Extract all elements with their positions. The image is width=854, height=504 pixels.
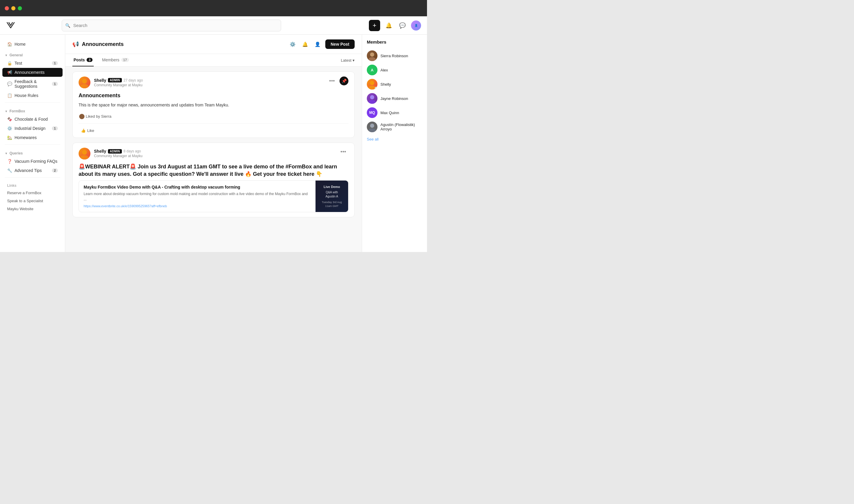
settings-button[interactable]: ⚙️ [288, 39, 298, 49]
like-button-1[interactable]: 👍 Like [78, 127, 97, 134]
see-all-members-link[interactable]: See all [367, 137, 422, 141]
member-sierra[interactable]: Sierra Robinson [367, 49, 422, 63]
notifications-button[interactable]: 🔔 [384, 20, 394, 31]
sidebar-link-reserve[interactable]: Reserve a FormBox [0, 189, 65, 197]
link-preview-image: Live Demo Q&A with Agustin A Tuesday 3rd… [316, 181, 348, 212]
content-area: 📢 Announcements ⚙️ 🔔 👤 New Post [65, 35, 362, 252]
titlebar [0, 0, 427, 16]
post-1-likes: Liked by Sierra [73, 113, 354, 123]
link-preview-url: https://www.eventbrite.co.uk/e/159099525… [84, 204, 311, 208]
sidebar-item-home[interactable]: 🏠 Home [2, 40, 63, 49]
svg-point-1 [81, 84, 89, 88]
sidebar-item-house-rules[interactable]: 📋 House Rules [2, 91, 63, 100]
sort-control[interactable]: Latest ▾ [341, 58, 355, 62]
member-avatar-jayne [367, 93, 377, 104]
thumbsup-icon: 👍 [81, 128, 86, 133]
app-container: 🔍 + 🔔 💬 👤 🏠 Home ▼ [0, 16, 427, 252]
chocolate-icon: 🍫 [7, 117, 12, 122]
message-icon: 💬 [399, 22, 406, 29]
member-shelly[interactable]: Shelly [367, 77, 422, 91]
tab-posts[interactable]: Posts 3 [72, 54, 94, 67]
member-agustin[interactable]: Agustín (Flowalistik) Arroyo [367, 120, 422, 134]
feedback-badge: 1 [52, 82, 58, 86]
link-preview-card[interactable]: Mayku FormBox Video Demo with Q&A - Craf… [78, 180, 349, 212]
divider-3 [5, 177, 60, 178]
home-label: Home [15, 42, 25, 47]
maximize-button[interactable] [18, 6, 22, 11]
section-general-label: General [10, 53, 23, 57]
post-1-meta: Shelly ADMIN 27 days ago Community Manag… [94, 78, 143, 87]
post-1-more-button[interactable]: ••• [327, 77, 337, 85]
svg-point-9 [369, 100, 376, 104]
close-button[interactable] [5, 6, 9, 11]
house-rules-label: House Rules [15, 93, 38, 98]
post-1-header: Shelly ADMIN 27 days ago Community Manag… [73, 72, 354, 92]
advanced-tips-label: Advanced Tips [15, 168, 42, 173]
test-badge: 1 [52, 61, 58, 65]
member-max[interactable]: MQ Max Quinn [367, 106, 422, 120]
sidebar-item-chocolate[interactable]: 🍫 Chocolate & Food [2, 115, 63, 124]
member-alex[interactable]: A Alex [367, 63, 422, 77]
logo [6, 21, 15, 30]
home-icon: 🏠 [7, 42, 12, 47]
sidebar-link-specialist[interactable]: Speak to a Specialist [0, 197, 65, 205]
liker-avatar [78, 113, 85, 120]
channel-header-actions: ⚙️ 🔔 👤 New Post [288, 39, 355, 49]
search-input[interactable] [62, 20, 281, 32]
navbar: 🔍 + 🔔 💬 👤 [0, 16, 427, 35]
post-1-time: 27 days ago [124, 78, 143, 83]
post-1-body: This is the space for major news, announ… [73, 102, 354, 113]
channel-header: 📢 Announcements ⚙️ 🔔 👤 New Post [65, 35, 362, 54]
post-1-role: Community Manager at Mayku [94, 83, 143, 87]
industrial-badge: 1 [52, 126, 58, 130]
post-1-author: Shelly [94, 78, 106, 83]
post-2-header: Shelly ADMIN 8 days ago Community Manage… [73, 143, 354, 163]
sidebar-item-homewares[interactable]: 🏡 Homewares [2, 133, 63, 142]
avatar-image: 👤 [414, 24, 418, 27]
section-formbox: ▼ FormBox [0, 105, 65, 114]
section-queries: ▼ Queries [0, 147, 65, 157]
homewares-label: Homewares [15, 135, 37, 140]
chat-button[interactable]: 💬 [397, 20, 407, 31]
members-panel: Members Sierra Robinson A Alex [362, 35, 427, 252]
post-2-time: 8 days ago [124, 149, 141, 153]
new-content-button[interactable]: + [369, 20, 380, 31]
minimize-button[interactable] [11, 6, 15, 11]
member-avatar-max: MQ [367, 107, 377, 118]
tab-members[interactable]: Members 17 [101, 54, 130, 67]
link-preview-text: Mayku FormBox Video Demo with Q&A - Craf… [79, 181, 316, 212]
vacuum-faqs-label: Vacuum Forming FAQs [15, 159, 57, 164]
sidebar-link-website[interactable]: Mayku Website [0, 205, 65, 213]
svg-point-10 [370, 124, 374, 128]
post-1-header-left: Shelly ADMIN 27 days ago Community Manag… [78, 76, 143, 88]
link-preview-desc: Learn more about desktop vacuum forming … [84, 191, 311, 202]
like-label: Like [87, 128, 94, 133]
sidebar-item-test[interactable]: 🔒 Test 1 [2, 59, 63, 68]
posts-container: Shelly ADMIN 27 days ago Community Manag… [65, 67, 362, 222]
sidebar-item-advanced-tips[interactable]: 🔧 Advanced Tips 2 [2, 166, 63, 175]
members-button[interactable]: 👤 [313, 39, 322, 49]
link-preview-image-text: Live Demo Q&A with Agustin A Tuesday 3rd… [322, 185, 342, 208]
announcements-icon: 📢 [7, 70, 12, 75]
likes-text: Liked by Sierra [86, 114, 111, 119]
faq-icon: ❓ [7, 159, 12, 164]
member-jayne[interactable]: Jayne Robinson [367, 91, 422, 106]
sidebar-item-announcements[interactable]: 📢 Announcements [2, 68, 63, 77]
notification-settings-button[interactable]: 🔔 [300, 39, 310, 49]
members-tab-label: Members [102, 57, 119, 62]
post-1-pin-button[interactable]: 📌 [339, 76, 349, 85]
post-2-author-row: Shelly ADMIN 8 days ago [94, 149, 142, 154]
online-indicator [375, 87, 377, 90]
industrial-icon: ⚙️ [7, 126, 12, 131]
sort-label: Latest [341, 58, 351, 62]
post-card-2: Shelly ADMIN 8 days ago Community Manage… [72, 143, 355, 217]
sidebar-item-feedback[interactable]: 💬 Feedback & Suggestions 1 [2, 77, 63, 91]
new-post-button[interactable]: New Post [325, 39, 355, 49]
post-1-actions: ••• 📌 [327, 76, 349, 85]
post-2-header-left: Shelly ADMIN 8 days ago Community Manage… [78, 148, 142, 160]
sidebar-item-industrial[interactable]: ⚙️ Industrial Design 1 [2, 124, 63, 133]
user-avatar[interactable]: 👤 [411, 20, 421, 31]
post-2-more-button[interactable]: ••• [338, 148, 349, 156]
sidebar-item-vacuum-faqs[interactable]: ❓ Vacuum Forming FAQs [2, 157, 63, 166]
section-formbox-label: FormBox [10, 109, 25, 113]
